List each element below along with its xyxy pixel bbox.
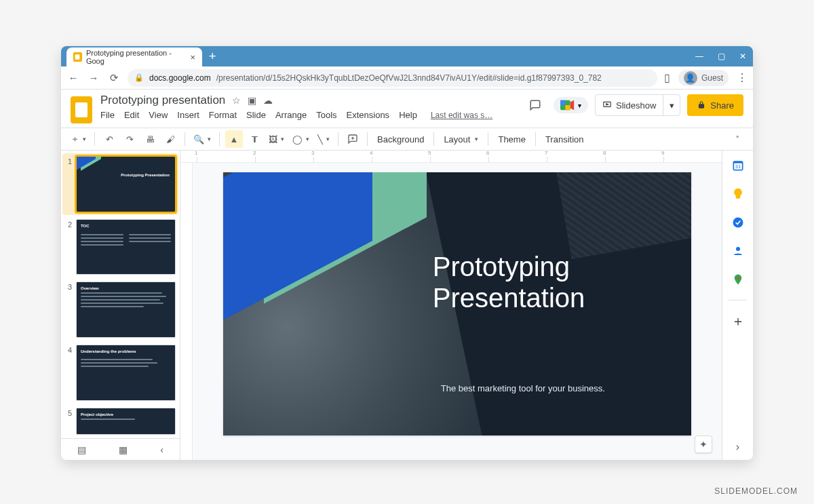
menu-tools[interactable]: Tools — [316, 110, 336, 120]
profile-chip[interactable]: 👤 Guest — [678, 70, 729, 86]
explore-button[interactable]: ✦ — [695, 435, 712, 453]
window-close-button[interactable]: ✕ — [738, 52, 748, 61]
ruler-horizontal: 123456789 — [180, 151, 722, 163]
slides-header: Prototyping presentation ☆ ▣ ☁ File Edit… — [61, 90, 753, 123]
slides-app-icon[interactable] — [71, 96, 92, 123]
thumb-title: Project objective — [81, 412, 171, 416]
side-rail: 31 ＋ › — [722, 151, 753, 460]
comment-add-button[interactable] — [344, 130, 362, 148]
slideshow-label: Slideshow — [616, 100, 656, 111]
paint-format-button[interactable]: 🖌 — [161, 130, 179, 148]
print-button[interactable]: 🖶 — [141, 130, 159, 148]
undo-button[interactable]: ↶ — [100, 130, 118, 148]
share-label: Share — [710, 100, 734, 111]
chrome-menu-button[interactable]: ⋮ — [737, 71, 748, 84]
comments-button[interactable] — [524, 94, 547, 117]
share-button[interactable]: Share — [687, 94, 743, 116]
thumbnail-2[interactable]: 2 TOC — [65, 219, 176, 275]
window-minimize-button[interactable]: — — [695, 52, 704, 61]
window-maximize-button[interactable]: ▢ — [716, 52, 726, 61]
star-icon[interactable]: ☆ — [232, 95, 241, 106]
move-icon[interactable]: ▣ — [248, 95, 256, 106]
thumbnail-4[interactable]: 4 Understanding the problems — [65, 345, 176, 401]
theme-button[interactable]: Theme — [494, 134, 529, 144]
tab-title: Prototyping presentation - Goog — [86, 49, 184, 65]
slide-title-line2: Presentation — [433, 283, 585, 313]
slide-title-line1: Prototyping — [433, 252, 570, 282]
meet-icon — [560, 100, 575, 111]
svg-marker-4 — [570, 100, 575, 111]
layout-button[interactable]: Layout — [440, 134, 482, 144]
panel-collapse-button[interactable]: ‹ — [160, 444, 163, 455]
thumb-number: 3 — [65, 282, 72, 338]
slide-title[interactable]: Prototyping Presentation — [433, 251, 585, 313]
collapse-toolbar-button[interactable]: ˄ — [729, 130, 746, 148]
watermark: SLIDEMODEL.COM — [714, 486, 798, 496]
calendar-icon[interactable]: 31 — [730, 157, 746, 174]
meet-button[interactable]: ▾ — [554, 97, 588, 113]
menu-extensions[interactable]: Extensions — [347, 110, 390, 120]
avatar-icon: 👤 — [684, 71, 697, 85]
shape-button[interactable]: ◯ — [290, 130, 312, 148]
menu-file[interactable]: File — [100, 110, 115, 120]
profile-label: Guest — [701, 73, 723, 83]
contacts-icon[interactable] — [730, 243, 746, 259]
slides-favicon-icon — [73, 52, 82, 62]
slide-stage[interactable]: Prototyping Presentation The best market… — [193, 163, 722, 460]
textbox-button[interactable]: 𝗧 — [246, 130, 263, 148]
menu-view[interactable]: View — [149, 110, 168, 120]
lock-icon: 🔒 — [134, 73, 144, 82]
current-slide[interactable]: Prototyping Presentation The best market… — [223, 172, 691, 435]
svg-text:31: 31 — [735, 163, 740, 170]
thumb-title: TOC — [81, 224, 171, 228]
slideshow-button: Slideshow ▾ — [595, 94, 680, 116]
menu-help[interactable]: Help — [399, 110, 417, 120]
menu-arrange[interactable]: Arrange — [275, 110, 307, 120]
image-button[interactable]: 🖼 — [266, 130, 287, 148]
nav-forward-button[interactable]: → — [87, 72, 100, 83]
slide-panel: 1 Prototyping Presentation 2 TOC — [61, 151, 180, 460]
slideshow-start[interactable]: Slideshow — [596, 95, 663, 115]
menu-insert[interactable]: Insert — [177, 110, 199, 120]
menu-slide[interactable]: Slide — [246, 110, 266, 120]
rail-collapse-button[interactable]: › — [736, 441, 739, 453]
addons-button[interactable]: ＋ — [730, 313, 746, 329]
menu-edit[interactable]: Edit — [124, 110, 139, 120]
redo-button[interactable]: ↷ — [121, 130, 138, 148]
doc-title[interactable]: Prototyping presentation — [100, 94, 225, 107]
tab-close-icon[interactable]: × — [190, 52, 195, 62]
tasks-icon[interactable] — [730, 214, 746, 231]
last-edit-link[interactable]: Last edit was s… — [431, 111, 492, 120]
select-tool-button[interactable]: ▲ — [225, 130, 243, 148]
workspace: 1 Prototyping Presentation 2 TOC — [61, 151, 753, 460]
menubar: File Edit View Insert Format Slide Arran… — [100, 110, 524, 120]
svg-point-9 — [733, 218, 743, 228]
slideshow-dropdown[interactable]: ▾ — [663, 100, 680, 111]
nav-reload-button[interactable]: ⟳ — [107, 72, 121, 84]
svg-rect-3 — [565, 105, 570, 110]
new-tab-button[interactable]: + — [202, 50, 223, 66]
zoom-button[interactable]: 🔍 — [191, 130, 214, 148]
maps-icon[interactable] — [730, 271, 746, 288]
new-slide-button[interactable]: ＋ — [68, 130, 89, 148]
thumbnail-1[interactable]: 1 Prototyping Presentation — [62, 153, 178, 215]
omnibox[interactable]: 🔒 docs.google.com/presentation/d/15s2HQs… — [128, 69, 657, 87]
cloud-status-icon[interactable]: ☁ — [263, 95, 273, 106]
url-host: docs.google.com — [149, 73, 211, 83]
svg-point-11 — [737, 277, 739, 279]
thumbnail-list[interactable]: 1 Prototyping Presentation 2 TOC — [61, 151, 180, 438]
thumbnail-5[interactable]: 5 Project objective — [65, 408, 176, 435]
thumbnail-3[interactable]: 3 Overview — [65, 282, 176, 338]
url-toolbar: ← → ⟳ 🔒 docs.google.com/presentation/d/1… — [61, 66, 753, 90]
background-button[interactable]: Background — [373, 134, 428, 144]
browser-tab-active[interactable]: Prototyping presentation - Goog × — [66, 47, 202, 66]
transition-button[interactable]: Transition — [541, 134, 588, 144]
panel-toggle-icon[interactable]: ▯ — [664, 71, 670, 84]
filmstrip-view-button[interactable]: ▤ — [77, 444, 86, 455]
grid-view-button[interactable]: ▦ — [119, 444, 128, 455]
menu-format[interactable]: Format — [209, 110, 237, 120]
slide-subtitle[interactable]: The best marketing tool for your busines… — [441, 383, 605, 393]
line-button[interactable]: ╲ — [315, 130, 332, 148]
nav-back-button[interactable]: ← — [66, 72, 80, 83]
keep-icon[interactable] — [730, 186, 746, 202]
